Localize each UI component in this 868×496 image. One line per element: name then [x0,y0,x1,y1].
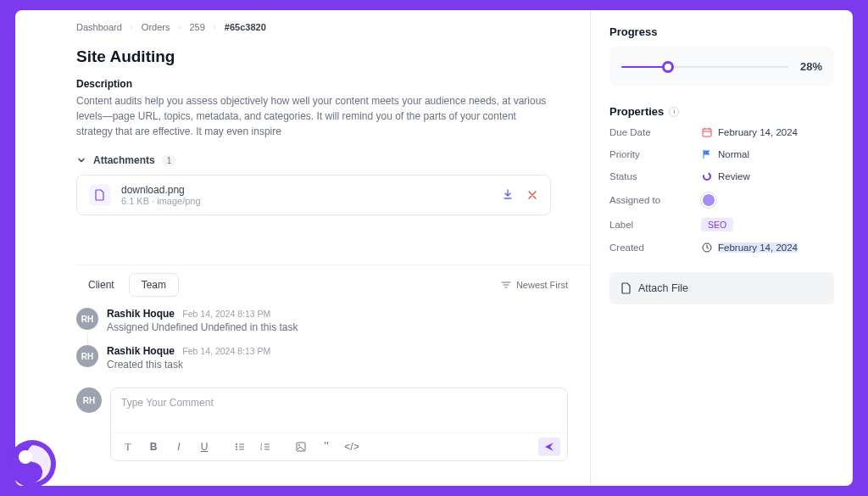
progress-percent: 28% [800,60,822,73]
properties-list: Due Date February 14, 2024 Priority Norm… [609,126,834,254]
svg-text:3: 3 [260,447,263,451]
tab-client[interactable]: Client [76,274,126,296]
progress-track[interactable] [621,66,788,68]
prop-label[interactable]: Label SEO [609,218,834,231]
chevron-right-icon: › [131,23,133,31]
sort-label: Newest First [516,280,568,290]
text-tool[interactable]: T [118,437,138,457]
activity-log: RH Rashik Hoque Feb 14, 2024 8:13 PM Ass… [76,308,590,371]
chevron-down-icon [76,155,86,165]
prop-due-date[interactable]: Due Date February 14, 2024 [609,126,834,138]
properties-title: Properties i [609,105,834,118]
activity-section: Client Team Newest First RH Rashik Hoque… [76,265,590,486]
breadcrumb-item-dashboard[interactable]: Dashboard [76,22,122,32]
attach-file-button[interactable]: Attach File [609,272,834,304]
italic-tool[interactable]: I [169,437,189,457]
svg-point-1 [236,446,237,448]
flag-icon [701,148,713,160]
log-author: Rashik Hoque [107,345,175,357]
breadcrumb-item-orders[interactable]: Orders [142,22,170,32]
prop-assigned[interactable]: Assigned to [609,192,834,208]
comment-composer: RH T B I U 123 [76,387,590,461]
send-icon [544,442,554,452]
bullet-list-tool[interactable] [230,437,250,457]
prop-created: Created February 14, 2024 [609,242,834,254]
assignee-avatar [701,192,716,208]
attachments-header[interactable]: Attachments 1 [76,154,568,166]
progress-card: 28% [609,47,834,86]
quote-tool[interactable]: " [316,437,337,457]
attachment-info: download.png 6.1 KB · image/png [121,184,491,206]
label-chip: SEO [701,218,733,231]
bold-tool[interactable]: B [143,437,164,457]
calendar-icon [701,126,713,138]
progress-fill [621,66,668,68]
description-label: Description [76,78,568,90]
svg-point-9 [704,173,710,180]
prop-priority[interactable]: Priority Normal [609,148,834,160]
log-item: RH Rashik Hoque Feb 14, 2024 8:13 PM Ass… [76,308,568,333]
numbered-list-icon: 123 [260,442,270,452]
breadcrumb-item-hash[interactable]: #65c3820 [225,22,266,32]
download-icon [503,189,513,199]
close-icon [528,191,537,199]
send-button[interactable] [538,437,560,456]
file-icon [621,282,632,294]
editor-toolbar: T B I U 123 [111,432,567,460]
comment-input[interactable] [111,388,567,429]
numbered-list-tool[interactable]: 123 [255,437,275,457]
svg-rect-8 [703,129,711,137]
breadcrumb-item-id[interactable]: 259 [189,22,204,32]
attachment-card: download.png 6.1 KB · image/png [76,175,551,215]
app-logo [5,437,59,491]
sort-button[interactable]: Newest First [501,280,568,290]
download-button[interactable] [501,187,515,203]
info-icon[interactable]: i [669,107,679,117]
image-tool[interactable] [291,437,311,457]
sidebar: Progress 28% Properties i Due Date Febru… [590,10,853,486]
tab-team[interactable]: Team [130,274,178,296]
log-author: Rashik Hoque [107,308,175,320]
log-message: Created this task [107,359,270,371]
file-icon [89,184,111,206]
main-content: Dashboard › Orders › 259 › #65c3820 Site… [15,10,590,486]
underline-tool[interactable]: U [194,437,214,457]
description-text: Content audits help you assess objective… [76,93,551,139]
attachments-label: Attachments [93,154,155,166]
svg-point-12 [19,450,32,464]
prop-status[interactable]: Status Review [609,170,834,182]
chevron-right-icon: › [178,23,181,31]
log-time: Feb 14, 2024 8:13 PM [182,309,270,319]
svg-point-2 [236,449,237,450]
log-message: Assigned Undefined Undefined in this tas… [107,321,298,333]
app-frame: Dashboard › Orders › 259 › #65c3820 Site… [15,10,853,486]
bullet-list-icon [235,442,245,452]
activity-tabs: Client Team [76,274,178,296]
attachment-name: download.png [121,184,491,196]
delete-button[interactable] [526,187,538,203]
chevron-right-icon: › [214,23,216,31]
current-user-avatar: RH [76,387,102,413]
avatar: RH [76,345,98,367]
status-icon [701,170,713,182]
svg-point-0 [236,443,237,445]
code-tool[interactable]: </> [342,437,362,457]
page-title: Site Auditing [76,47,568,66]
attachments-count: 1 [162,155,177,166]
log-time: Feb 14, 2024 8:13 PM [182,346,270,356]
progress-thumb[interactable] [662,61,674,73]
breadcrumb: Dashboard › Orders › 259 › #65c3820 [76,22,568,32]
progress-title: Progress [609,25,834,38]
avatar: RH [76,308,98,330]
image-icon [296,442,306,452]
sort-icon [501,280,511,290]
log-item: RH Rashik Hoque Feb 14, 2024 8:13 PM Cre… [76,345,568,371]
svg-point-7 [298,444,300,446]
clock-icon [701,242,713,254]
attachment-meta: 6.1 KB · image/png [121,196,491,206]
